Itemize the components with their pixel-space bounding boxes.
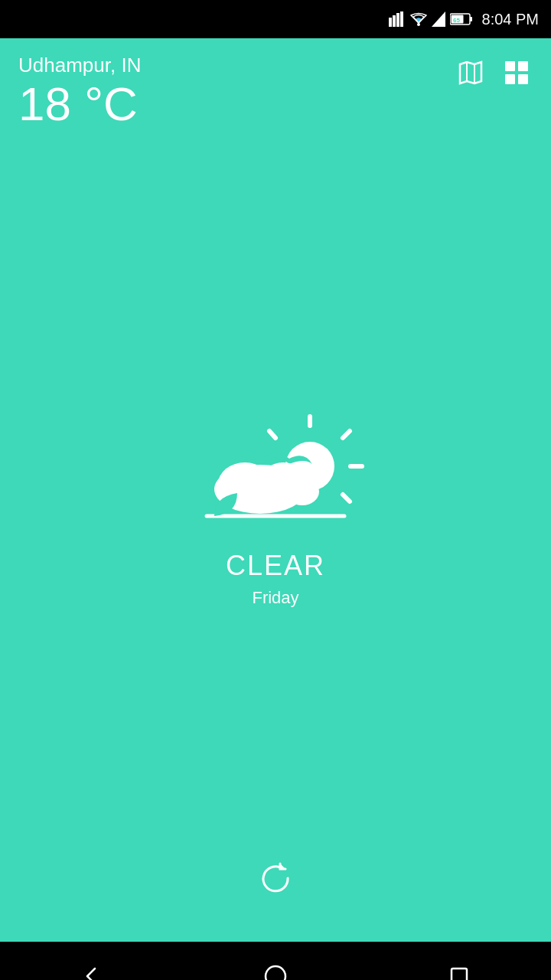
svg-line-20 [343,495,350,501]
svg-line-21 [269,431,276,438]
header-icons [455,54,533,91]
weather-day: Friday [252,588,298,608]
recent-apps-button[interactable] [439,956,479,980]
svg-rect-1 [393,15,396,27]
location-text: Udhampur, IN [18,54,141,77]
refresh-button[interactable] [253,855,298,903]
battery-icon: 65 [450,12,473,26]
svg-rect-3 [400,11,403,27]
svg-rect-13 [518,61,528,71]
status-time: 8:04 PM [482,11,539,28]
status-icons: 65 8:04 PM [389,11,539,28]
recent-apps-icon [447,964,471,980]
svg-text:65: 65 [453,17,460,24]
svg-marker-5 [432,11,445,27]
weather-icon-container [176,409,375,531]
location-temp-container: Udhampur, IN 18 °C [18,54,141,128]
app-header: Udhampur, IN 18 °C [0,38,551,136]
grid-button[interactable] [500,57,533,91]
svg-rect-15 [518,74,528,84]
home-button[interactable] [256,956,295,980]
wifi-icon [410,12,427,26]
mobile-signal-icon [432,11,445,27]
signal-icon [389,11,406,27]
svg-line-18 [343,431,350,438]
back-icon [80,964,104,980]
status-bar: 65 8:04 PM [0,0,551,38]
weather-app: Udhampur, IN 18 °C [0,38,551,942]
svg-point-4 [417,23,420,26]
svg-rect-2 [396,13,399,27]
nav-bar [0,942,551,980]
svg-rect-12 [505,61,515,71]
weather-condition: CLEAR [226,550,325,582]
map-button[interactable] [455,57,487,91]
map-icon [458,60,484,86]
svg-point-25 [285,478,319,505]
svg-rect-7 [470,17,472,21]
refresh-icon [259,861,292,895]
back-button[interactable] [72,956,112,980]
svg-rect-28 [452,969,467,980]
home-icon [263,964,288,980]
temperature-text: 18 °C [18,80,141,128]
grid-icon [504,60,530,86]
svg-rect-14 [505,74,515,84]
partly-cloudy-icon [176,409,375,531]
svg-point-27 [266,966,285,980]
weather-content: CLEAR Friday [0,136,551,942]
svg-rect-0 [389,18,392,27]
